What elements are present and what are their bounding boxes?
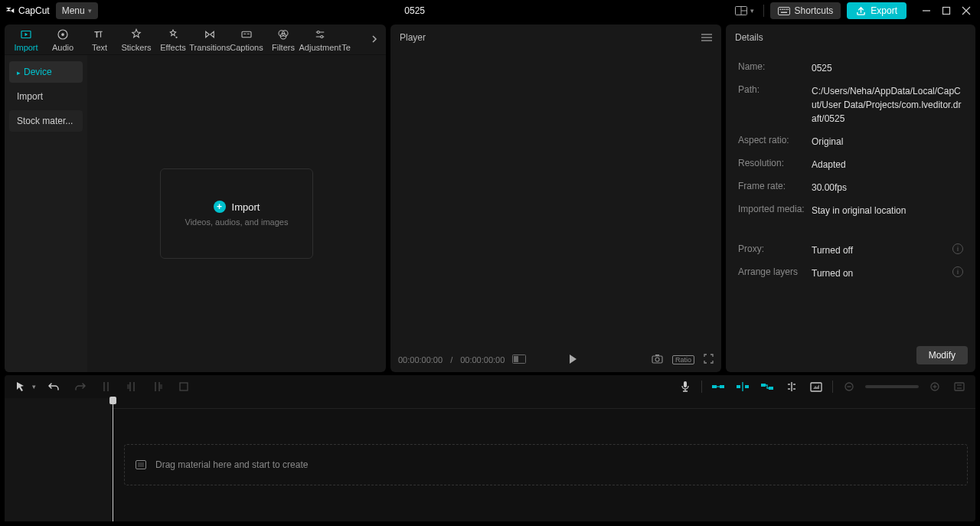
import-dropzone[interactable]: + Import Videos, audios, and images bbox=[160, 168, 313, 259]
svg-rect-11 bbox=[943, 8, 950, 15]
tab-captions[interactable]: Captions bbox=[228, 28, 265, 52]
timeline[interactable]: Drag material here and start to create bbox=[5, 398, 975, 521]
zoom-slider[interactable] bbox=[865, 385, 919, 388]
undo-button[interactable] bbox=[45, 378, 62, 395]
time-current: 00:00:00:00 bbox=[398, 355, 443, 364]
timeline-drop-hint[interactable]: Drag material here and start to create bbox=[124, 444, 968, 485]
adjustment-icon bbox=[313, 28, 327, 41]
layout-button[interactable]: ▾ bbox=[732, 3, 757, 18]
svg-rect-9 bbox=[781, 11, 787, 13]
filters-icon bbox=[276, 28, 290, 41]
linkage-icon bbox=[760, 382, 774, 391]
export-button[interactable]: Export bbox=[847, 2, 906, 19]
close-button[interactable] bbox=[957, 2, 975, 20]
selection-tool-dropdown[interactable]: ▾ bbox=[32, 383, 36, 390]
undo-icon bbox=[48, 382, 60, 392]
svg-point-29 bbox=[317, 31, 319, 33]
delete-left-button[interactable] bbox=[123, 378, 140, 395]
detail-row-framerate: Frame rate: 30.00fps bbox=[738, 181, 963, 194]
chevron-down-icon: ▾ bbox=[88, 7, 92, 15]
import-icon bbox=[19, 28, 33, 41]
svg-rect-55 bbox=[745, 385, 749, 388]
svg-point-17 bbox=[61, 33, 64, 36]
record-audio-button[interactable] bbox=[677, 378, 694, 395]
detail-row-imported: Imported media: Stay in original locatio… bbox=[738, 204, 963, 217]
tab-templates-truncated[interactable]: Te bbox=[338, 28, 354, 52]
player-panel: Player 00:00:00:00 / 00:00:00:00 bbox=[390, 25, 721, 372]
selection-tool[interactable] bbox=[12, 378, 29, 395]
zoom-out-button[interactable] bbox=[841, 378, 858, 395]
tab-adjustment[interactable]: Adjustment bbox=[302, 28, 338, 52]
cover-button[interactable] bbox=[808, 378, 825, 395]
drop-hint-text: Drag material here and start to create bbox=[155, 459, 308, 470]
tab-label: Transitions bbox=[189, 43, 230, 52]
detail-label: Name: bbox=[738, 61, 805, 72]
snap-icon bbox=[736, 381, 750, 392]
separator bbox=[701, 381, 702, 393]
sidebar-item-device[interactable]: Device bbox=[9, 61, 83, 83]
zoom-in-button[interactable] bbox=[926, 378, 943, 395]
tab-stickers[interactable]: Stickers bbox=[118, 28, 155, 52]
linkage-button[interactable] bbox=[759, 378, 776, 395]
svg-rect-44 bbox=[127, 384, 129, 389]
detail-value: Original bbox=[812, 135, 963, 149]
svg-rect-6 bbox=[783, 8, 785, 10]
app-name: CapCut bbox=[18, 5, 50, 16]
redo-button[interactable] bbox=[71, 378, 88, 395]
tab-audio[interactable]: Audio bbox=[44, 28, 81, 52]
tab-transitions[interactable]: Transitions bbox=[191, 28, 228, 52]
svg-rect-50 bbox=[684, 381, 687, 387]
menu-button[interactable]: Menu ▾ bbox=[56, 2, 98, 19]
svg-rect-3 bbox=[778, 7, 789, 15]
main-track-magnet-button[interactable] bbox=[710, 378, 727, 395]
time-total: 00:00:00:00 bbox=[460, 355, 505, 364]
magnet-main-icon bbox=[711, 382, 725, 391]
zoom-out-icon bbox=[844, 382, 854, 391]
audio-icon bbox=[56, 28, 70, 41]
modify-button[interactable]: Modify bbox=[916, 346, 968, 364]
auto-snap-button[interactable] bbox=[734, 378, 751, 395]
tab-import[interactable]: Import bbox=[8, 28, 44, 52]
play-button[interactable] bbox=[567, 354, 578, 367]
maximize-button[interactable] bbox=[937, 2, 956, 20]
tabs-more-button[interactable] bbox=[366, 34, 383, 45]
info-icon[interactable]: i bbox=[952, 266, 963, 277]
player-menu-button[interactable] bbox=[701, 31, 712, 44]
detail-row-name: Name: 0525 bbox=[738, 61, 963, 75]
svg-marker-37 bbox=[570, 354, 577, 364]
details-panel: Details Name: 0525 Path: C:/Users/Neha/A… bbox=[726, 25, 975, 372]
quality-toggle[interactable] bbox=[512, 354, 526, 366]
sidebar-item-stock[interactable]: Stock mater... bbox=[9, 110, 83, 132]
delete-right-button[interactable] bbox=[149, 378, 166, 395]
preview-axis-button[interactable] bbox=[783, 378, 800, 395]
media-tabs: Import Audio T Text Stickers Effects bbox=[5, 25, 386, 55]
ratio-button[interactable]: Ratio bbox=[672, 355, 694, 364]
tab-label: Stickers bbox=[121, 43, 151, 52]
info-icon[interactable]: i bbox=[952, 243, 963, 254]
player-title: Player bbox=[400, 32, 426, 43]
separator bbox=[763, 5, 764, 17]
timeline-ruler[interactable] bbox=[112, 398, 975, 409]
minimize-button[interactable] bbox=[917, 2, 936, 20]
snapshot-button[interactable] bbox=[652, 354, 663, 366]
svg-rect-36 bbox=[514, 356, 518, 362]
tab-text[interactable]: T Text bbox=[81, 28, 118, 52]
tab-label: Adjustment bbox=[299, 43, 341, 52]
delete-button[interactable] bbox=[175, 378, 192, 395]
detail-value: Turned off bbox=[812, 243, 946, 257]
shortcuts-button[interactable]: Shortcuts bbox=[770, 2, 841, 19]
svg-rect-5 bbox=[782, 8, 783, 10]
import-label: Import bbox=[232, 201, 260, 213]
playhead[interactable] bbox=[113, 398, 113, 521]
fullscreen-button[interactable] bbox=[704, 354, 714, 366]
capcut-logo-icon bbox=[5, 5, 15, 16]
timeline-body[interactable]: Drag material here and start to create bbox=[112, 398, 975, 521]
media-content: + Import Videos, audios, and images bbox=[87, 55, 386, 372]
svg-rect-8 bbox=[787, 8, 789, 10]
split-button[interactable] bbox=[97, 378, 114, 395]
detail-label: Path: bbox=[738, 84, 805, 95]
tab-effects[interactable]: Effects bbox=[155, 28, 191, 52]
zoom-fit-button[interactable] bbox=[951, 378, 968, 395]
tab-filters[interactable]: Filters bbox=[265, 28, 302, 52]
sidebar-item-import[interactable]: Import bbox=[9, 86, 83, 107]
